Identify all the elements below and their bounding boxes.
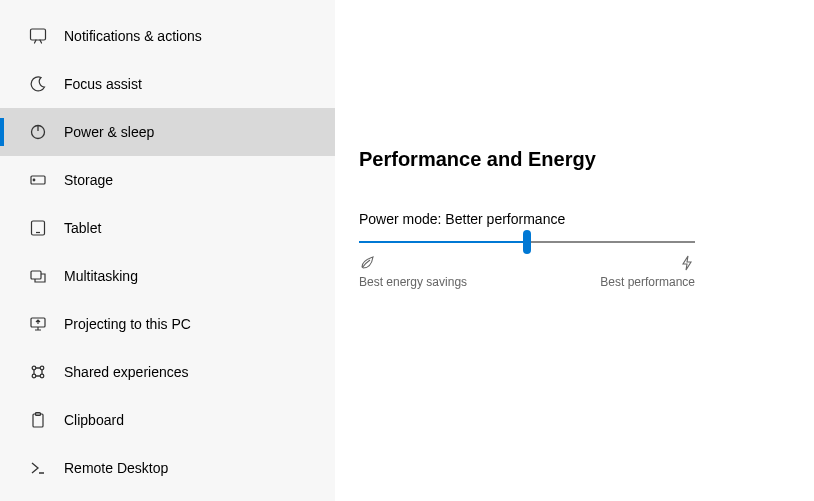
svg-point-12 [40,374,44,378]
power-mode-label: Power mode: Better performance [359,211,784,227]
sidebar-item-label: Remote Desktop [64,460,168,476]
sidebar-item-label: Multitasking [64,268,138,284]
sidebar-item-label: Projecting to this PC [64,316,191,332]
multitask-icon [28,266,48,286]
lightning-icon [679,255,695,271]
moon-icon [28,74,48,94]
remote-icon [28,458,48,478]
slider-track [359,241,695,243]
sidebar-item-label: Shared experiences [64,364,189,380]
slider-label-right: Best performance [600,275,695,289]
sidebar-item-notifications[interactable]: Notifications & actions [0,12,335,60]
storage-icon [28,170,48,190]
sidebar-item-label: Power & sleep [64,124,154,140]
sidebar-item-multitasking[interactable]: Multitasking [0,252,335,300]
sidebar-item-projecting[interactable]: Projecting to this PC [0,300,335,348]
clipboard-icon [28,410,48,430]
sidebar-item-shared-experiences[interactable]: Shared experiences [0,348,335,396]
sidebar-item-label: Notifications & actions [64,28,202,44]
svg-point-11 [32,374,36,378]
leaf-icon [359,255,375,271]
power-icon [28,122,48,142]
notification-icon [28,26,48,46]
main-content: Performance and Energy Power mode: Bette… [335,0,814,501]
sidebar-item-clipboard[interactable]: Clipboard [0,396,335,444]
sidebar-item-label: Focus assist [64,76,142,92]
sidebar-item-storage[interactable]: Storage [0,156,335,204]
shared-icon [28,362,48,382]
project-icon [28,314,48,334]
sidebar-item-remote-desktop[interactable]: Remote Desktop [0,444,335,492]
sidebar-item-label: Storage [64,172,113,188]
slider-label-left: Best energy savings [359,275,467,289]
slider-labels: Best energy savings Best performance [359,275,695,289]
settings-sidebar: Notifications & actions Focus assist Pow… [0,0,335,501]
sidebar-item-focus-assist[interactable]: Focus assist [0,60,335,108]
tablet-icon [28,218,48,238]
svg-rect-7 [31,271,41,279]
sidebar-item-label: Clipboard [64,412,124,428]
power-mode-slider[interactable]: Best energy savings Best performance [359,241,695,289]
slider-thumb[interactable] [523,230,531,254]
svg-rect-0 [31,29,46,40]
section-title: Performance and Energy [359,148,784,171]
svg-point-10 [40,366,44,370]
slider-icons [359,255,695,271]
svg-point-4 [33,179,35,181]
sidebar-item-label: Tablet [64,220,101,236]
sidebar-item-tablet[interactable]: Tablet [0,204,335,252]
sidebar-item-power-sleep[interactable]: Power & sleep [0,108,335,156]
slider-fill [359,241,527,243]
svg-point-9 [32,366,36,370]
